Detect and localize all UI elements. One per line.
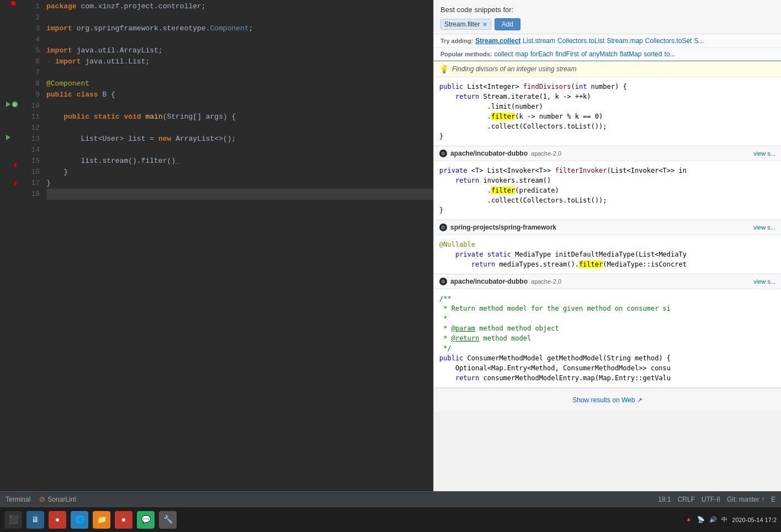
popular-of[interactable]: of: [581, 50, 587, 58]
spring-bean-icon[interactable]: s: [11, 100, 19, 108]
snippet-repo-4: ⊙ apache/incubator-dubbo apache-2.0: [439, 278, 561, 285]
taskbar-icon-terminal[interactable]: ⬛: [4, 511, 22, 529]
try-adding-collectors-tolist[interactable]: Collectors.toList: [557, 37, 604, 45]
code-editor: s 1 2 3 4 5 6 7 8 9: [0, 0, 433, 491]
popular-collect[interactable]: collect: [495, 50, 513, 58]
popular-sorted[interactable]: sorted: [644, 50, 662, 58]
code-line-1: package com.xinzf.project.controller;: [46, 1, 433, 12]
repo-license-4: apache-2.0: [531, 278, 561, 285]
encoding: UTF-8: [702, 496, 720, 503]
taskbar-icon-monitor[interactable]: 🖥: [26, 511, 44, 529]
snippet-line: .filter(k -> number % k == 0): [439, 111, 775, 121]
editor-gutter: s: [0, 0, 17, 491]
sonar-label: SonarLint: [47, 496, 76, 503]
snippet-line: Optional<Map.Entry<Method, ConsumerMetho…: [439, 363, 775, 373]
snippets-list[interactable]: 💡 Finding divisors of an integer using s…: [434, 61, 781, 491]
snippet-code-2: private <T> List<Invoker<T>> filterInvok…: [434, 161, 781, 220]
code-content[interactable]: package com.xinzf.project.controller; im…: [44, 0, 433, 491]
snippet-line: return Stream.iterate(1, k -> ++k): [439, 92, 775, 102]
repo-name-4: apache/incubator-dubbo: [450, 278, 528, 285]
snippet-line: .limit(number): [439, 102, 775, 111]
search-tag-close[interactable]: ✕: [482, 21, 487, 28]
snippet-card-header-2: ⊙ apache/incubator-dubbo apache-2.0 view…: [434, 146, 781, 161]
snippet-line: public List<Integer> findDivisors(int nu…: [439, 82, 775, 92]
code-line-6: - import java.util.List;: [46, 56, 433, 67]
scroll-marker-2: [14, 181, 17, 185]
snippet-line: .filter(predicate): [439, 185, 775, 195]
try-adding-stream-collect[interactable]: Stream.collect: [475, 37, 520, 45]
system-icon-input[interactable]: 中: [721, 515, 727, 524]
svg-marker-0: [6, 102, 10, 107]
github-icon-4: ⊙: [439, 278, 447, 285]
taskbar-icon-red[interactable]: ●: [115, 511, 132, 529]
view-source-3[interactable]: view s...: [753, 224, 775, 231]
snippets-title: Best code snippets for:: [440, 6, 774, 14]
snippet-line: public ConsumerMethodModel getMethodMode…: [439, 353, 775, 363]
e-indicator: E: [771, 496, 775, 503]
popular-label: Popular methods:: [440, 51, 492, 57]
view-source-2[interactable]: view s...: [753, 150, 775, 157]
svg-text:s: s: [13, 103, 15, 107]
terminal-status[interactable]: Terminal: [6, 496, 30, 503]
taskbar-icon-app1[interactable]: ●: [49, 511, 66, 529]
line-numbers: 1 2 3 4 5 6 7 8 9 10 11 12 13 14 15 16 1…: [17, 0, 44, 491]
snippet-line: return consumerMethodModelEntry.map(Map.…: [439, 373, 775, 383]
popular-map[interactable]: map: [516, 50, 528, 58]
taskbar-icon-browser[interactable]: 🌐: [71, 511, 88, 529]
snippet-code-3: @Nullable private static MediaType initD…: [434, 235, 781, 274]
search-bar: Stream.filter ✕ Add: [440, 18, 774, 30]
snippet-code-4: /** * Return method model for the given …: [434, 289, 781, 387]
snippet-card-3: ⊙ spring-projects/spring-framework view …: [434, 220, 781, 274]
taskbar-icon-chat[interactable]: 💬: [137, 511, 155, 529]
search-tag-text: Stream.filter: [444, 20, 480, 28]
snippet-card-1: 💡 Finding divisors of an integer using s…: [434, 61, 781, 146]
add-button[interactable]: Add: [495, 18, 520, 30]
system-icon-volume[interactable]: 🔊: [709, 516, 717, 523]
popular-anymatch[interactable]: anyMatch: [589, 50, 618, 58]
system-icon-network[interactable]: 📡: [697, 516, 705, 523]
try-adding-stream-map[interactable]: Stream.map: [607, 37, 642, 45]
taskbar-right: 🔺 📡 🔊 中 2020-05-14 17:2: [685, 515, 777, 524]
sonar-icon: ⊘: [39, 495, 45, 503]
code-line-7: [46, 67, 433, 78]
sonar-status[interactable]: ⊘ SonarLint: [39, 495, 76, 503]
try-adding-list-stream[interactable]: List.stream: [523, 37, 555, 45]
snippet-code-1: public List<Integer> findDivisors(int nu…: [434, 77, 781, 146]
snippet-card-4: ⊙ apache/incubator-dubbo apache-2.0 view…: [434, 274, 781, 388]
show-results-button[interactable]: Show results on Web ↗: [568, 394, 647, 406]
popular-flatmap[interactable]: flatMap: [620, 50, 641, 58]
snippet-card-header-4: ⊙ apache/incubator-dubbo apache-2.0 view…: [434, 274, 781, 289]
search-tag[interactable]: Stream.filter ✕: [440, 19, 491, 30]
snippet-line: private <T> List<Invoker<T>> filterInvok…: [439, 166, 775, 175]
code-line-17: }: [46, 178, 433, 189]
code-line-4: [46, 34, 433, 45]
snippet-line: * @param method method object: [439, 323, 775, 333]
show-results-bar: Show results on Web ↗: [434, 388, 781, 412]
view-source-4[interactable]: view s...: [753, 278, 775, 285]
snippet-line: .collect(Collectors.toList());: [439, 121, 775, 131]
status-right: 18:1 CRLF UTF-8 Git: master ↑ E: [658, 496, 775, 503]
snippet-line: private static MediaType initDefaultMedi…: [439, 249, 775, 259]
taskbar: ⬛ 🖥 ● 🌐 📁 ● 💬 🔧 🔺 📡 🔊 中 2020-05-14 17:2: [0, 507, 781, 532]
code-line-16: }: [46, 167, 433, 178]
snippet-line: *: [439, 313, 775, 323]
popular-to[interactable]: to...: [665, 50, 676, 58]
taskbar-icon-files[interactable]: 📁: [93, 511, 110, 529]
snippets-panel: Best code snippets for: Stream.filter ✕ …: [433, 0, 781, 491]
popular-foreach[interactable]: forEach: [530, 50, 553, 58]
system-icon-notification[interactable]: 🔺: [685, 516, 693, 523]
snippet-line: * @return method model: [439, 333, 775, 343]
taskbar-icon-settings[interactable]: 🔧: [159, 511, 177, 529]
terminal-label: Terminal: [6, 496, 30, 503]
try-adding-collectors-toset[interactable]: Collectors.toSet: [645, 37, 692, 45]
finding-icon: 💡: [439, 65, 449, 73]
git-branch: Git: master ↑: [727, 496, 764, 503]
run-icon-2[interactable]: [4, 134, 12, 141]
finding-text-1: Finding divisors of an integer using str…: [452, 65, 576, 73]
snippet-line: }: [439, 131, 775, 141]
popular-findfirst[interactable]: findFirst: [555, 50, 579, 58]
github-icon-3: ⊙: [439, 224, 447, 231]
try-adding-more[interactable]: S...: [694, 37, 704, 45]
snippet-line: .collect(Collectors.toList());: [439, 195, 775, 205]
snippet-repo-2: ⊙ apache/incubator-dubbo apache-2.0: [439, 150, 561, 157]
